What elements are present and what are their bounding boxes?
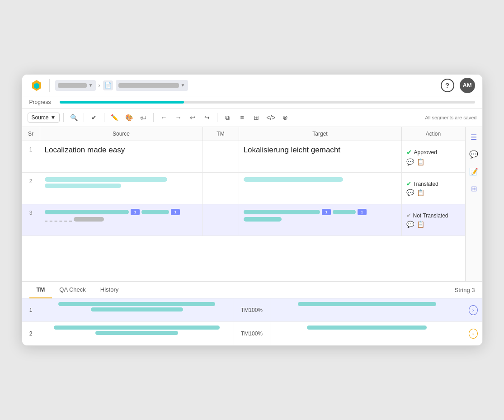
filter-icon[interactable]: ☰ [467, 131, 480, 143]
tab-history[interactable]: History [93, 282, 126, 298]
breadcrumb-item-1[interactable]: ▼ [55, 80, 96, 91]
tm-match-label-1: TM100% [241, 307, 263, 313]
tm-match-2: TM100% [234, 322, 270, 345]
search-button[interactable]: 🔍 [67, 111, 80, 124]
back-button[interactable]: ← [157, 111, 170, 124]
undo-button[interactable]: ↩ [186, 111, 199, 124]
header-separator [49, 79, 50, 92]
progress-label: Progress [29, 99, 54, 105]
table-row[interactable]: 2 ✔ Tr [22, 173, 465, 204]
action-cell-3: ✔ Not Translated 💬 📋 [402, 204, 465, 236]
feedback-icon-2[interactable]: 📋 [417, 189, 424, 196]
source-bar-3a [45, 210, 129, 214]
toolbar-sep-4 [153, 113, 154, 122]
edit-button[interactable]: ✏️ [108, 111, 121, 124]
source-dropdown[interactable]: Source ▼ [28, 113, 60, 123]
tm-cell-3 [203, 204, 239, 236]
th-sr: Sr [22, 127, 40, 141]
confirm-button[interactable]: ✔ [88, 111, 100, 124]
breadcrumb-arrow: › [99, 82, 100, 89]
code-button[interactable]: </> [264, 111, 277, 124]
tm-action-2[interactable]: › [464, 322, 482, 345]
tab-tm[interactable]: TM [29, 282, 52, 298]
tm-action-1[interactable]: › [464, 298, 482, 321]
progress-track [60, 101, 475, 104]
action-icons-2: 💬 📋 [406, 189, 424, 196]
target-bar-row-3a: 1 1 [244, 209, 397, 215]
target-cell-3[interactable]: 1 1 [239, 204, 402, 236]
comment-icon-2[interactable]: 💬 [406, 189, 414, 196]
redo-button[interactable]: ↪ [201, 111, 213, 124]
apply-tm-2[interactable]: › [469, 329, 478, 339]
progress-row: Progress [22, 96, 482, 109]
action-label-1: Approved [414, 149, 437, 156]
split-button[interactable]: ⊞ [250, 111, 263, 124]
logo-icon [29, 78, 44, 93]
approved-icon: ✔ [406, 148, 412, 156]
target-bar-3b [333, 210, 356, 214]
source-cell-1[interactable]: Localization made easy [40, 141, 203, 172]
avatar[interactable]: AM [460, 78, 475, 93]
source-cell-2[interactable] [40, 173, 203, 204]
target-tag-2: 1 [358, 209, 367, 215]
app-window: ▼ › 📄 ▼ ? AM Progress Source ▼ 🔍 ✔ [22, 74, 483, 346]
clear-button[interactable]: ⊗ [279, 111, 292, 124]
table-row[interactable]: 3 1 1 1 [22, 204, 465, 236]
source-bar-row-2b [45, 184, 198, 188]
tm-source-2 [40, 322, 234, 345]
target-cell-2[interactable] [239, 173, 402, 204]
tag-button[interactable]: 🏷 [137, 111, 150, 124]
tm-row-1[interactable]: 1 TM100% › [22, 298, 482, 322]
feedback-icon-1[interactable]: 📋 [417, 158, 424, 165]
table-row[interactable]: 1 Localization made easy Lokalisierung l… [22, 141, 465, 173]
action-label-3: Not Translated [413, 212, 448, 219]
source-bar-3b [141, 210, 169, 214]
source-dropdown-label: Source [32, 114, 49, 121]
tm-cell-2 [203, 173, 239, 204]
target-bar-2a [244, 177, 343, 182]
action-status-1: ✔ Approved [406, 148, 437, 156]
source-bar-2b [45, 184, 122, 188]
tm-match-label-2: TM100% [241, 330, 263, 337]
toolbar-sep-5 [217, 113, 217, 122]
comment-panel-icon[interactable]: 💬 [467, 148, 480, 160]
format-button[interactable]: ≡ [236, 111, 248, 124]
source-bar-row-3a: 1 1 [45, 209, 198, 215]
th-source: Source [40, 127, 203, 141]
target-bar-3a [244, 210, 320, 214]
source-cell-3[interactable]: 1 1 [40, 204, 203, 236]
paint-button[interactable]: 🎨 [122, 111, 135, 124]
target-cell-1[interactable]: Lokalisierung leicht gemacht [239, 141, 402, 172]
apply-tm-1[interactable]: › [469, 305, 478, 315]
chevron-down-icon: ▼ [51, 114, 56, 121]
tm-source-bar-1a [58, 302, 215, 306]
help-button[interactable]: ? [441, 79, 454, 92]
file-icon[interactable]: 📄 [103, 80, 113, 90]
bottom-tabs: TM QA Check History String 3 [22, 282, 482, 298]
source-bar-row-3b [45, 217, 198, 222]
toolbar: Source ▼ 🔍 ✔ ✏️ 🎨 🏷 ← → ↩ ↪ ⧉ ≡ ⊞ </> ⊗ … [22, 109, 482, 127]
tab-qa-check[interactable]: QA Check [52, 282, 93, 298]
th-action: Action [402, 127, 465, 141]
tm-target-bar-1a [298, 302, 436, 306]
feedback-icon-3[interactable]: 📋 [417, 221, 424, 228]
action-label-2: Translated [413, 181, 438, 187]
forward-button[interactable]: → [172, 111, 184, 124]
copy-button[interactable]: ⧉ [221, 111, 234, 124]
tm-row-2[interactable]: 2 TM100% › [22, 322, 482, 345]
tm-target-2 [270, 322, 464, 345]
grid-icon[interactable]: ⊞ [467, 182, 480, 195]
tm-cell-1 [203, 141, 239, 172]
toolbar-sep-1 [63, 113, 64, 122]
source-bar-3c [74, 217, 104, 222]
target-text-1: Lokalisierung leicht gemacht [244, 146, 341, 155]
main-area: Sr Source TM Target Action 1 Localizatio… [22, 127, 482, 281]
tm-row-num-2: 2 [22, 322, 40, 345]
comment-icon-3[interactable]: 💬 [406, 221, 414, 228]
review-icon[interactable]: 📝 [467, 165, 480, 178]
target-bar-row-3b [244, 217, 397, 222]
breadcrumb-item-2[interactable]: ▼ [116, 80, 188, 91]
comment-icon-1[interactable]: 💬 [406, 158, 414, 165]
source-bar-row-2a [45, 177, 198, 182]
action-status-2: ✔ Translated [406, 180, 438, 187]
